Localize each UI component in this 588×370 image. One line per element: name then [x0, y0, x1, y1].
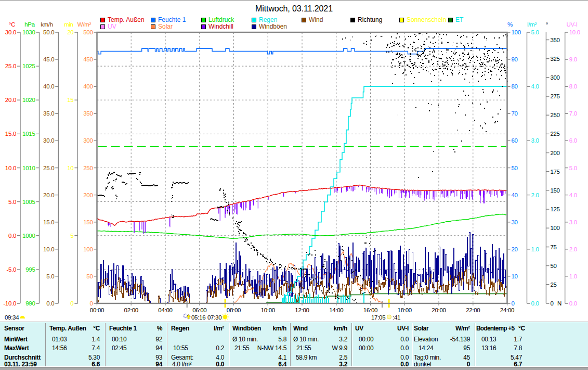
svg-text:150: 150	[550, 187, 559, 194]
svg-text:1025: 1025	[22, 63, 35, 69]
svg-text:10.0: 10.0	[569, 29, 580, 35]
svg-text:0: 0	[550, 300, 553, 307]
svg-text:0: 0	[512, 300, 515, 307]
svg-text:100: 100	[83, 246, 93, 252]
svg-text:3.0: 3.0	[569, 219, 577, 225]
svg-text:09:34: 09:34	[5, 314, 19, 321]
svg-text:00:00: 00:00	[90, 307, 104, 313]
svg-text:250: 250	[550, 112, 559, 118]
svg-text:4.0: 4.0	[531, 83, 539, 90]
svg-text::41: :41	[393, 314, 400, 321]
svg-text:20: 20	[67, 29, 73, 35]
svg-text:995: 995	[25, 266, 35, 273]
svg-text:150: 150	[83, 219, 93, 225]
svg-text:350: 350	[83, 110, 93, 117]
svg-text:14:00: 14:00	[329, 307, 343, 313]
svg-text:-10.0: -10.0	[3, 300, 16, 307]
svg-text:1.0: 1.0	[569, 273, 577, 279]
svg-text:60: 60	[512, 137, 518, 144]
svg-text:175: 175	[550, 169, 559, 175]
svg-text:200: 200	[83, 192, 93, 198]
svg-text:20.0: 20.0	[43, 192, 54, 198]
svg-text:17:05: 17:05	[371, 314, 385, 321]
svg-text:22:00: 22:00	[466, 307, 480, 313]
svg-text:50.0: 50.0	[43, 29, 54, 35]
svg-text:325: 325	[550, 56, 559, 62]
svg-text:N: N	[557, 300, 561, 307]
svg-text:350: 350	[550, 37, 559, 43]
svg-text:l/m²: l/m²	[527, 21, 537, 28]
svg-text:0: 0	[70, 300, 73, 307]
svg-text:°: °	[546, 21, 548, 28]
svg-text:5.0: 5.0	[8, 199, 16, 205]
svg-text:km/h: km/h	[41, 21, 53, 28]
svg-text:1000: 1000	[22, 233, 35, 239]
svg-text:1030: 1030	[22, 29, 35, 35]
svg-text:75: 75	[550, 244, 556, 250]
svg-text:2.0: 2.0	[569, 246, 577, 252]
svg-text:100: 100	[550, 225, 559, 231]
svg-text:50: 50	[512, 165, 518, 171]
svg-text:min: min	[64, 21, 73, 28]
svg-text:70: 70	[512, 110, 518, 117]
svg-text:02:00: 02:00	[124, 307, 138, 313]
svg-text:15.0: 15.0	[43, 219, 54, 225]
svg-text:7.0: 7.0	[569, 110, 577, 117]
svg-text:08:00: 08:00	[227, 307, 241, 313]
svg-text:10.0: 10.0	[43, 246, 54, 252]
svg-text:9.0: 9.0	[569, 56, 577, 62]
svg-text:1010: 1010	[22, 165, 35, 171]
svg-text:0.0: 0.0	[8, 233, 16, 239]
svg-text:300: 300	[550, 74, 559, 81]
svg-text:06:00: 06:00	[192, 307, 206, 313]
svg-text:10: 10	[67, 165, 73, 171]
svg-text:40: 40	[512, 192, 518, 198]
svg-text:°C: °C	[9, 21, 15, 28]
svg-text:24:00: 24:00	[500, 307, 514, 313]
svg-text:300: 300	[83, 137, 93, 144]
svg-text:50: 50	[86, 273, 93, 279]
svg-text:16:00: 16:00	[363, 307, 377, 313]
svg-text:20:00: 20:00	[432, 307, 446, 313]
svg-text:10: 10	[512, 273, 518, 279]
svg-text:10:00: 10:00	[261, 307, 275, 313]
svg-text:1005: 1005	[22, 199, 35, 205]
svg-text:18:00: 18:00	[398, 307, 412, 313]
svg-text:25.0: 25.0	[5, 63, 16, 69]
svg-text:450: 450	[83, 56, 93, 62]
svg-text:0.0: 0.0	[569, 300, 577, 307]
svg-text:15: 15	[67, 97, 73, 103]
svg-text:20.0: 20.0	[5, 97, 16, 103]
svg-text:6.0: 6.0	[569, 137, 577, 144]
svg-text:5: 5	[70, 233, 73, 239]
svg-text:990: 990	[25, 300, 35, 307]
svg-text:5.0: 5.0	[531, 29, 539, 35]
svg-text:250: 250	[83, 165, 93, 171]
svg-text:%: %	[507, 21, 513, 28]
svg-text:2.0: 2.0	[531, 192, 539, 198]
svg-text:04:00: 04:00	[158, 307, 172, 313]
svg-text:45.0: 45.0	[43, 56, 54, 62]
svg-text:40.0: 40.0	[43, 83, 54, 90]
svg-text:8.0: 8.0	[569, 83, 577, 90]
svg-text:05:16: 05:16	[191, 314, 205, 321]
svg-text:500: 500	[83, 29, 93, 35]
svg-text:20: 20	[512, 246, 518, 252]
svg-text:12:00: 12:00	[295, 307, 309, 313]
svg-text:30: 30	[512, 219, 518, 225]
svg-text:10.0: 10.0	[5, 165, 16, 171]
svg-text:1.0: 1.0	[531, 246, 539, 252]
svg-text:0.0: 0.0	[531, 300, 539, 307]
svg-text:200: 200	[550, 150, 559, 156]
svg-text:90: 90	[512, 56, 518, 62]
svg-text:225: 225	[550, 131, 559, 137]
svg-text:30.0: 30.0	[5, 29, 16, 35]
svg-text:5.0: 5.0	[569, 165, 577, 171]
svg-text:35.0: 35.0	[43, 110, 54, 117]
svg-text:15.0: 15.0	[5, 131, 16, 137]
svg-text:W/m²: W/m²	[77, 21, 92, 28]
svg-text:100: 100	[512, 29, 521, 35]
svg-text:400: 400	[83, 83, 93, 90]
svg-text:4.0: 4.0	[569, 192, 577, 198]
svg-text:UV-I: UV-I	[566, 21, 577, 28]
